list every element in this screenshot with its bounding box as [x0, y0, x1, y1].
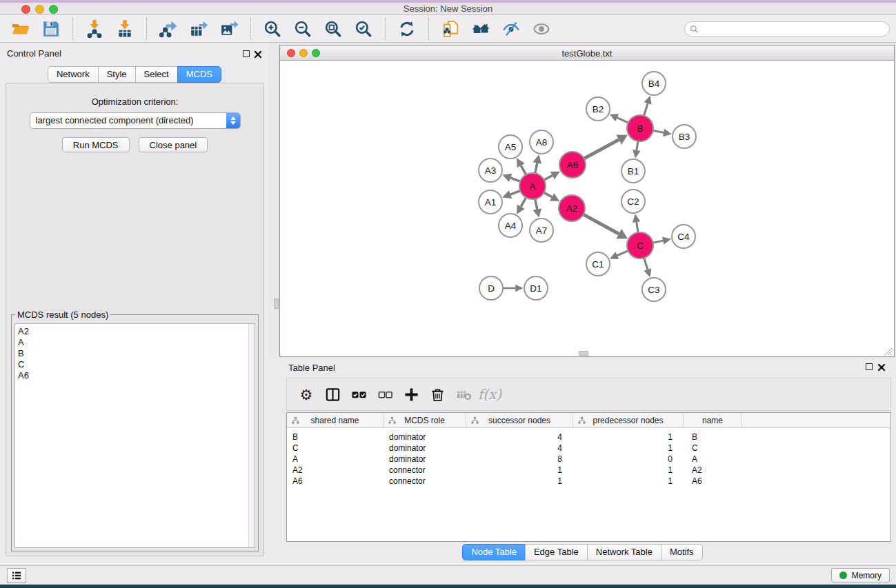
node-A[interactable]: A [519, 173, 546, 199]
node-B1[interactable]: B1 [621, 159, 645, 183]
column-layout-icon[interactable] [321, 383, 344, 406]
hide-panel-eye-icon[interactable] [501, 19, 521, 39]
node-B4[interactable]: B4 [642, 72, 666, 95]
home-icon[interactable] [470, 19, 491, 39]
mcds-result-item[interactable]: A [18, 337, 255, 348]
edge-A2-C[interactable] [583, 214, 628, 239]
result-list-scrollbar[interactable] [248, 324, 255, 547]
table-float-panel-icon[interactable] [866, 363, 873, 370]
tab-select[interactable]: Select [135, 66, 178, 83]
criterion-dropdown[interactable]: largest connected component (directed) [30, 112, 241, 129]
zoom-fit-icon[interactable] [323, 19, 344, 39]
export-image-icon[interactable] [219, 19, 239, 39]
deselect-all-checkboxes-icon[interactable] [373, 383, 397, 406]
delete-column-icon[interactable] [426, 383, 449, 406]
search-input[interactable] [699, 24, 889, 34]
edge-A-A1[interactable] [502, 190, 521, 199]
edge-B-B3[interactable] [653, 129, 672, 136]
run-mcds-button[interactable]: Run MCDS [62, 137, 130, 152]
node-A7[interactable]: A7 [530, 219, 553, 242]
node-D[interactable]: D [479, 276, 503, 300]
refresh-layout-icon[interactable] [397, 19, 417, 39]
node-B3[interactable]: B3 [673, 125, 696, 148]
table-row[interactable]: Cdominator41C [287, 443, 890, 454]
import-table-icon[interactable] [115, 19, 135, 39]
add-column-icon[interactable] [399, 383, 423, 406]
open-session-icon[interactable] [10, 19, 31, 39]
close-panel-icon[interactable] [254, 50, 262, 59]
edge-B-B4[interactable] [644, 96, 651, 116]
edge-A-A2[interactable] [544, 192, 559, 201]
table-row[interactable]: Bdominator41B [287, 432, 890, 443]
search-field[interactable] [684, 21, 890, 37]
memory-button[interactable]: Memory [831, 568, 890, 582]
zoom-selected-icon[interactable] [353, 19, 374, 39]
mcds-result-item[interactable]: B [18, 348, 255, 359]
tab-network[interactable]: Network [48, 66, 99, 83]
tab-style[interactable]: Style [98, 66, 136, 83]
network-window-titlebar[interactable]: testGlobe.txt [280, 45, 894, 61]
edge-A-A7[interactable] [533, 199, 542, 218]
node-C4[interactable]: C4 [672, 225, 695, 248]
show-panel-eye-icon[interactable] [531, 19, 552, 39]
node-C1[interactable]: C1 [586, 252, 610, 276]
table-row[interactable]: A6connector11A6 [287, 476, 890, 487]
column-header-mcds-role[interactable]: MCDS role [384, 413, 466, 427]
node-C2[interactable]: C2 [621, 190, 645, 213]
edge-C-C2[interactable] [633, 214, 641, 233]
tab-node-table[interactable]: Node Table [462, 544, 526, 560]
mcds-result-item[interactable]: A2 [18, 326, 255, 337]
edge-D-D1[interactable] [502, 285, 524, 292]
column-header-name[interactable]: name [684, 413, 742, 427]
task-history-button[interactable] [7, 568, 26, 583]
edge-C-C3[interactable] [644, 257, 651, 277]
column-header-predecessor-nodes[interactable]: predecessor nodes [573, 413, 684, 427]
export-table-icon[interactable] [188, 19, 209, 39]
node-B[interactable]: B [627, 115, 653, 141]
node-A1[interactable]: A1 [479, 190, 502, 214]
duplicate-network-icon[interactable] [440, 19, 461, 39]
edge-A-A5[interactable] [517, 158, 526, 175]
import-network-icon[interactable] [84, 19, 105, 39]
save-session-icon[interactable] [41, 19, 61, 39]
select-all-checkboxes-icon[interactable] [347, 383, 370, 406]
tab-mcds[interactable]: MCDS [177, 66, 221, 83]
canvas-vertical-scrollbar[interactable] [274, 298, 279, 309]
tab-motifs[interactable]: Motifs [661, 544, 703, 560]
tab-network-table[interactable]: Network Table [587, 544, 661, 560]
node-A5[interactable]: A5 [499, 135, 522, 159]
node-C3[interactable]: C3 [642, 278, 666, 301]
node-D1[interactable]: D1 [524, 276, 548, 300]
settings-gear-icon[interactable]: ⚙ [295, 383, 318, 406]
edge-C-C1[interactable] [610, 250, 629, 259]
mcds-result-item[interactable]: C [18, 359, 255, 370]
edge-A6-B[interactable] [584, 134, 628, 159]
edge-B-B2[interactable] [610, 114, 629, 123]
table-row[interactable]: Adominator80A [287, 454, 890, 465]
float-panel-icon[interactable] [243, 50, 250, 57]
mcds-result-item[interactable]: A6 [18, 370, 255, 381]
zoom-out-icon[interactable] [292, 19, 313, 39]
close-panel-button[interactable]: Close panel [139, 137, 208, 152]
node-A4[interactable]: A4 [499, 214, 522, 237]
window-resize-grip[interactable] [884, 346, 893, 355]
zoom-in-icon[interactable] [262, 19, 283, 39]
edge-A-A8[interactable] [533, 154, 542, 174]
node-A2[interactable]: A2 [559, 195, 585, 221]
node-C[interactable]: C [627, 232, 653, 258]
table-row[interactable]: A2connector11A2 [287, 465, 890, 476]
node-A3[interactable]: A3 [479, 159, 502, 182]
canvas-horizontal-scrollbar[interactable] [579, 351, 588, 356]
node-A6[interactable]: A6 [559, 152, 586, 178]
edge-C-C4[interactable] [653, 236, 671, 244]
edge-A-A3[interactable] [502, 174, 521, 182]
node-B2[interactable]: B2 [586, 97, 610, 121]
edge-A-A4[interactable] [517, 197, 526, 214]
tab-edge-table[interactable]: Edge Table [525, 544, 588, 560]
export-network-icon[interactable] [158, 19, 179, 39]
table-close-panel-icon[interactable] [877, 363, 886, 372]
column-header-shared-name[interactable]: shared name [287, 413, 384, 427]
edge-B-B1[interactable] [633, 141, 641, 159]
edge-A-A6[interactable] [544, 172, 560, 181]
node-A8[interactable]: A8 [530, 130, 553, 154]
